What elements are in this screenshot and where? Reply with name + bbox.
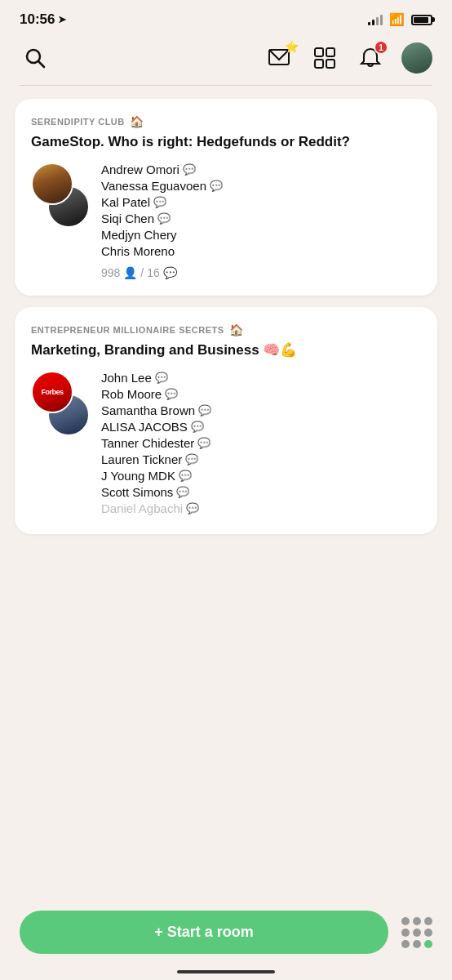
speaker-row: Kal Patel 💬 xyxy=(101,195,421,209)
room-body-1: Andrew Omori 💬 Vanessa Eguavoen 💬 Kal Pa… xyxy=(31,163,421,279)
speaker-name: John Lee xyxy=(101,371,152,385)
speakers-list-2: John Lee 💬 Rob Moore 💬 Samantha Brown 💬 … xyxy=(101,371,421,518)
chat-bubble-icon: 💬 xyxy=(157,212,171,225)
chat-bubble-icon: 💬 xyxy=(183,163,196,176)
notifications-button[interactable]: 1 xyxy=(356,43,385,73)
speaker-row: Rob Moore 💬 xyxy=(101,387,421,401)
chat-bubble-icon: 💬 xyxy=(153,196,166,208)
chat-bubble-icon: 💬 xyxy=(191,421,204,433)
chat-count-icon: 💬 xyxy=(163,266,177,279)
speaker-name: Rob Moore xyxy=(101,387,162,401)
speaker-row: Tanner Chidester 💬 xyxy=(101,436,421,450)
svg-line-1 xyxy=(39,62,45,68)
club-header-1: SERENDIPITY CLUB 🏠 xyxy=(31,115,421,128)
speaker-row: J Young MDK 💬 xyxy=(101,469,421,483)
chat-bubble-icon: 💬 xyxy=(198,404,211,416)
explore-button[interactable] xyxy=(310,43,339,73)
battery-icon xyxy=(411,15,432,25)
nav-bar: ⭐ 1 xyxy=(0,34,452,85)
speaker-name: Daniel Agbachi xyxy=(101,501,183,515)
avatars-stack-1 xyxy=(31,163,90,228)
speaker-row: John Lee 💬 xyxy=(101,371,421,385)
speaker-row: Medjyn Chery xyxy=(101,228,421,242)
room-title-1: GameStop. Who is right: Hedgefunds or Re… xyxy=(31,133,421,151)
profile-avatar[interactable] xyxy=(401,42,432,74)
chat-bubble-icon: 💬 xyxy=(185,453,198,466)
speaker-row: Vanessa Eguavoen 💬 xyxy=(101,179,421,193)
chat-bubble-icon: 💬 xyxy=(176,486,189,498)
speaker-name: Andrew Omori xyxy=(101,163,179,176)
speaker-name: ALISA JACOBS xyxy=(101,420,188,434)
speaker-name: Lauren Tickner xyxy=(101,452,182,466)
notification-badge: 1 xyxy=(374,40,388,55)
time-display: 10:56 xyxy=(20,11,55,28)
grid-menu-button[interactable] xyxy=(401,917,432,948)
main-content: SERENDIPITY CLUB 🏠 GameStop. Who is righ… xyxy=(0,86,452,657)
bottom-bar: + Start a room xyxy=(0,898,452,980)
chat-bubble-icon: 💬 xyxy=(155,372,168,384)
status-time: 10:56 ➤ xyxy=(20,11,66,28)
speaker-name: Chris Moreno xyxy=(101,244,175,258)
svg-rect-4 xyxy=(326,48,335,56)
house-icon-2: 🏠 xyxy=(229,323,243,336)
speaker-row: ALISA JACOBS 💬 xyxy=(101,420,421,434)
room-stats-1: 998 👤 / 16 💬 xyxy=(101,266,421,279)
speaker-row: Andrew Omori 💬 xyxy=(101,163,421,176)
svg-rect-3 xyxy=(315,48,323,56)
speaker-row: Lauren Tickner 💬 xyxy=(101,452,421,466)
chat-count: 16 xyxy=(147,266,160,279)
speaker-row: Chris Moreno xyxy=(101,244,421,258)
wifi-icon: 📶 xyxy=(389,12,405,27)
messages-button[interactable]: ⭐ xyxy=(264,43,294,73)
chat-bubble-icon: 💬 xyxy=(179,470,192,482)
status-bar: 10:56 ➤ 📶 xyxy=(0,0,452,34)
speaker-name: Tanner Chidester xyxy=(101,436,194,450)
star-badge: ⭐ xyxy=(285,40,299,53)
avatar-andrew xyxy=(31,163,73,205)
chat-bubble-icon: 💬 xyxy=(210,180,223,192)
speaker-row: Scott Simons 💬 xyxy=(101,485,421,499)
location-arrow-icon: ➤ xyxy=(58,14,66,25)
club-name-2: ENTREPRENEUR MILLIONAIRE SECRETS xyxy=(31,325,224,335)
room-body-2: Forbes John Lee 💬 Rob Moore 💬 Samantha B… xyxy=(31,371,421,518)
speaker-row: Daniel Agbachi 💬 xyxy=(101,501,421,515)
speaker-name: Siqi Chen xyxy=(101,212,154,225)
home-indicator xyxy=(177,970,275,973)
status-icons: 📶 xyxy=(368,12,432,27)
speaker-row: Siqi Chen 💬 xyxy=(101,212,421,225)
svg-point-0 xyxy=(27,50,40,63)
speaker-row: Samantha Brown 💬 xyxy=(101,403,421,417)
avatar-forbes: Forbes xyxy=(31,371,73,413)
room-title-2: Marketing, Branding and Business 🧠💪 xyxy=(31,341,421,359)
room-card-1[interactable]: SERENDIPITY CLUB 🏠 GameStop. Who is righ… xyxy=(15,99,437,296)
signal-icon xyxy=(368,14,383,25)
room-card-2[interactable]: ENTREPRENEUR MILLIONAIRE SECRETS 🏠 Marke… xyxy=(15,307,437,534)
person-icon: 👤 xyxy=(123,266,137,279)
avatars-stack-2: Forbes xyxy=(31,371,90,436)
start-room-button[interactable]: + Start a room xyxy=(20,911,388,954)
speaker-name: Vanessa Eguavoen xyxy=(101,179,206,193)
speaker-name: Medjyn Chery xyxy=(101,228,177,242)
speaker-name: Scott Simons xyxy=(101,485,173,499)
speaker-name: Kal Patel xyxy=(101,195,150,209)
chat-bubble-icon: 💬 xyxy=(186,502,199,514)
nav-right-icons: ⭐ 1 xyxy=(264,42,432,74)
svg-rect-6 xyxy=(326,60,335,68)
speaker-name: J Young MDK xyxy=(101,469,175,483)
club-header-2: ENTREPRENEUR MILLIONAIRE SECRETS 🏠 xyxy=(31,323,421,336)
search-button[interactable] xyxy=(20,42,51,74)
speakers-list-1: Andrew Omori 💬 Vanessa Eguavoen 💬 Kal Pa… xyxy=(101,163,421,279)
speaker-name: Samantha Brown xyxy=(101,403,195,417)
chat-bubble-icon: 💬 xyxy=(165,388,178,400)
house-icon-1: 🏠 xyxy=(130,115,144,128)
svg-rect-5 xyxy=(315,60,323,68)
chat-bubble-icon: 💬 xyxy=(197,437,210,449)
listener-count: 998 xyxy=(101,266,120,279)
club-name-1: SERENDIPITY CLUB xyxy=(31,117,125,127)
